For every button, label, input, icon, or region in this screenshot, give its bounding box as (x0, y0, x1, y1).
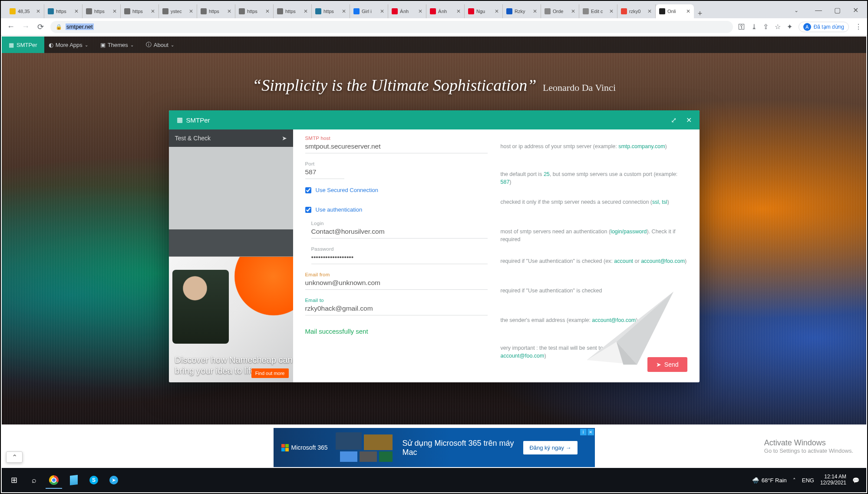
tab-close-icon[interactable]: ✕ (609, 8, 614, 14)
secured-checkbox[interactable] (305, 187, 311, 193)
maximize-button[interactable]: ▢ (834, 6, 841, 14)
reload-button[interactable]: ⟳ (36, 22, 45, 32)
browser-tab[interactable]: Ngu✕ (465, 4, 503, 18)
taskbar-clock[interactable]: 12:14 AM 12/29/2021 (820, 474, 846, 486)
browser-tab[interactable]: ystec✕ (159, 4, 197, 18)
email-from-input[interactable] (305, 278, 488, 290)
tab-close-icon[interactable]: ✕ (686, 8, 690, 14)
start-button[interactable]: ⊞ (4, 471, 23, 490)
browser-tab[interactable]: https✕ (83, 4, 121, 18)
extensions-icon[interactable]: ✦ (787, 23, 792, 31)
tab-title: Girl i (362, 9, 378, 14)
taskbar-notepad[interactable] (64, 471, 83, 490)
browser-tab[interactable]: 48,35✕ (6, 4, 44, 18)
tab-close-icon[interactable]: ✕ (495, 8, 499, 14)
browser-tab[interactable]: Girl i✕ (350, 4, 388, 18)
login-input[interactable] (311, 227, 488, 239)
email-to-input[interactable] (305, 304, 488, 315)
port-input[interactable] (305, 167, 344, 179)
send-button[interactable]: ➤ Send (647, 357, 687, 372)
favicon (659, 8, 665, 14)
nav-about[interactable]: ⓘAbout⌄ (146, 41, 174, 49)
share-icon[interactable]: ⇪ (763, 23, 769, 31)
expand-icon[interactable]: ⤢ (671, 116, 677, 124)
taskbar-chrome[interactable] (44, 471, 63, 490)
tab-close-icon[interactable]: ✕ (36, 8, 40, 14)
window-controls: ⌄ — ▢ ✕ (785, 6, 858, 14)
profile-chip[interactable]: A Đã tạm dừng (799, 22, 849, 32)
browser-tab[interactable]: https✕ (312, 4, 350, 18)
browser-tab[interactable]: Orde✕ (541, 4, 579, 18)
tab-close-icon[interactable]: ✕ (74, 8, 79, 14)
install-icon[interactable]: ⤓ (751, 23, 757, 31)
tray-lang[interactable]: ENG (802, 477, 814, 484)
notifications-icon[interactable]: 💬 (852, 477, 859, 484)
browser-tab[interactable]: https✕ (235, 4, 274, 18)
browser-tab[interactable]: https✕ (274, 4, 312, 18)
taskbar-telegram[interactable]: ➤ (104, 471, 123, 490)
close-icon[interactable]: ✕ (686, 116, 692, 124)
auth-checkbox[interactable] (305, 207, 311, 213)
tab-close-icon[interactable]: ✕ (304, 8, 308, 14)
favicon (545, 8, 551, 14)
bookmark-icon[interactable]: ☆ (775, 23, 781, 31)
tab-close-icon[interactable]: ✕ (227, 8, 231, 14)
tab-close-icon[interactable]: ✕ (533, 8, 537, 14)
brand[interactable]: ▦ SMTPer (2, 36, 44, 53)
nav-more-apps[interactable]: ◐More Apps⌄ (49, 42, 88, 48)
about-icon: ⓘ (146, 41, 152, 49)
key-icon[interactable]: ⚿ (738, 23, 745, 31)
tray-chevron[interactable]: ˄ (793, 477, 796, 484)
tab-close-icon[interactable]: ✕ (265, 8, 270, 14)
minimize-button[interactable]: — (815, 7, 822, 14)
nav-themes[interactable]: ▣Themes⌄ (100, 42, 134, 48)
brand-icon: ▦ (9, 42, 14, 48)
tab-close-icon[interactable]: ✕ (380, 8, 384, 14)
close-window-button[interactable]: ✕ (853, 6, 858, 14)
auth-label[interactable]: Use authentication (316, 206, 363, 213)
forward-button[interactable]: → (21, 22, 30, 31)
url-input[interactable]: 🔒 smtper.net (50, 21, 733, 33)
banner-text: Sử dụng Microsoft 365 trên máy Mac (402, 438, 523, 457)
search-button[interactable]: ⌕ (24, 471, 43, 490)
browser-tab[interactable]: Rzky✕ (503, 4, 541, 18)
taskbar-skype[interactable]: S (84, 471, 103, 490)
secured-label[interactable]: Use Secured Connection (316, 187, 379, 193)
back-button[interactable]: ← (6, 22, 16, 31)
password-input[interactable] (311, 252, 488, 264)
tab-close-icon[interactable]: ✕ (571, 8, 575, 14)
browser-tab[interactable]: https✕ (121, 4, 159, 18)
windows-taskbar: ⊞ ⌕ S ➤ 🌧️68°F Rain ˄ ENG 12:14 AM 12/29… (2, 468, 866, 492)
sidebar-tab-test[interactable]: Test & Check ➤ (169, 129, 293, 147)
favicon (353, 8, 360, 14)
browser-tab[interactable]: https✕ (197, 4, 235, 18)
smtp-host-input[interactable] (305, 142, 488, 153)
ad-cta[interactable]: Find out more (251, 368, 289, 378)
bottom-banner-ad[interactable]: i✕ Microsoft 365 Sử dụng Microsoft 365 t… (274, 428, 595, 467)
tab-close-icon[interactable]: ✕ (342, 8, 346, 14)
new-tab-button[interactable]: + (694, 9, 706, 18)
tab-title: Edit c (591, 9, 607, 14)
apps-icon: ◐ (49, 42, 53, 48)
taskbar-weather[interactable]: 🌧️68°F Rain (752, 477, 787, 484)
kebab-menu[interactable]: ⋮ (855, 23, 862, 31)
tab-title: Ảnh (400, 9, 416, 14)
login-label: Login (311, 221, 488, 226)
tab-close-icon[interactable]: ✕ (112, 8, 117, 14)
tab-close-icon[interactable]: ✕ (647, 8, 652, 14)
browser-tab[interactable]: Ảnh✕ (426, 4, 465, 18)
tab-close-icon[interactable]: ✕ (151, 8, 155, 14)
tab-close-icon[interactable]: ✕ (456, 8, 461, 14)
browser-tab[interactable]: Onli✕ (656, 4, 694, 18)
browser-tab[interactable]: Ảnh✕ (388, 4, 426, 18)
banner-cta[interactable]: Đăng ký ngay → (523, 441, 577, 454)
ad-drawer-toggle[interactable]: ⌃ (6, 451, 23, 463)
browser-tab[interactable]: rzky0✕ (617, 4, 656, 18)
tab-close-icon[interactable]: ✕ (418, 8, 422, 14)
tab-close-icon[interactable]: ✕ (189, 8, 193, 14)
tab-overflow-button[interactable]: ⌄ (790, 7, 803, 13)
sidebar-ad[interactable]: i✕ Discover how Namecheap can bring your… (169, 256, 293, 382)
browser-tab[interactable]: https✕ (44, 4, 83, 18)
adchoices-icon[interactable]: i✕ (580, 429, 594, 435)
browser-tab[interactable]: Edit c✕ (579, 4, 617, 18)
